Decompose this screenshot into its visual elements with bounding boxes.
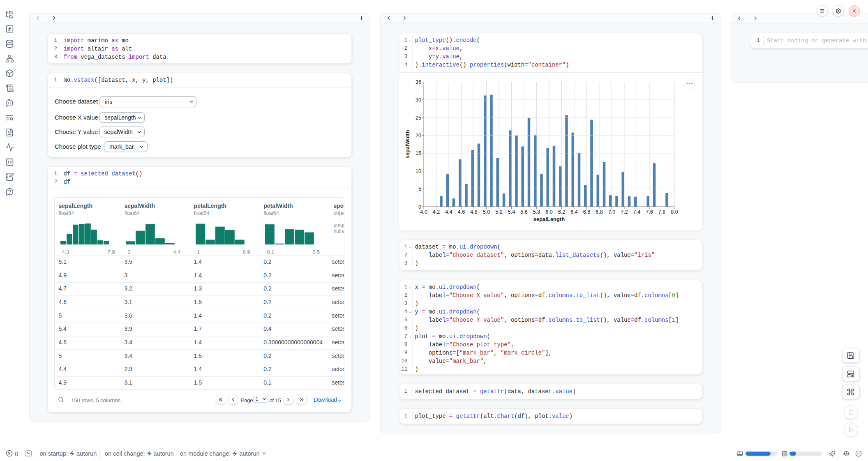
svg-text:7.6: 7.6 xyxy=(646,209,653,215)
svg-text:5: 5 xyxy=(418,186,421,192)
svg-text:0: 0 xyxy=(418,204,421,210)
svg-text:6.4: 6.4 xyxy=(570,209,577,215)
svg-text:4.4: 4.4 xyxy=(445,209,452,215)
svg-text:5.2: 5.2 xyxy=(495,209,502,215)
svg-text:sepalWidth: sepalWidth xyxy=(404,130,411,158)
svg-text:sepalLength: sepalLength xyxy=(533,216,565,222)
svg-text:6.8: 6.8 xyxy=(596,209,603,215)
svg-text:5.0: 5.0 xyxy=(483,209,490,215)
svg-text:8.0: 8.0 xyxy=(671,209,678,215)
svg-text:30: 30 xyxy=(416,97,421,103)
svg-text:7.2: 7.2 xyxy=(621,209,628,215)
svg-text:4.8: 4.8 xyxy=(470,209,477,215)
svg-text:7.8: 7.8 xyxy=(658,209,665,215)
svg-text:5.6: 5.6 xyxy=(520,209,527,215)
svg-text:20: 20 xyxy=(416,133,421,138)
svg-text:7.4: 7.4 xyxy=(633,209,640,215)
svg-text:10: 10 xyxy=(416,168,421,174)
svg-text:25: 25 xyxy=(416,115,421,120)
svg-text:15: 15 xyxy=(416,150,421,156)
svg-text:6.0: 6.0 xyxy=(545,209,552,215)
svg-text:6.2: 6.2 xyxy=(558,209,565,215)
svg-text:4.0: 4.0 xyxy=(420,209,427,215)
svg-text:4.2: 4.2 xyxy=(433,209,440,215)
svg-text:7.0: 7.0 xyxy=(608,209,615,215)
svg-text:5.4: 5.4 xyxy=(508,209,515,215)
svg-text:35: 35 xyxy=(416,79,421,85)
svg-text:4.6: 4.6 xyxy=(458,209,465,215)
svg-text:5.8: 5.8 xyxy=(533,209,540,215)
svg-text:6.6: 6.6 xyxy=(583,209,590,215)
